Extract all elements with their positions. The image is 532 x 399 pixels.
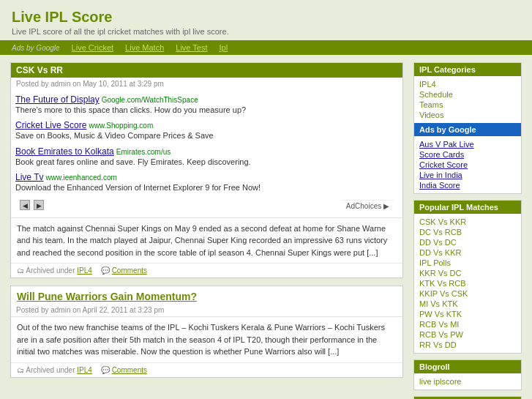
sidebar-blogroll: Blogroll live iplscore — [413, 359, 522, 390]
pop-match-4[interactable]: IPL Polls — [419, 258, 516, 268]
pop-match-5[interactable]: KKR Vs DC — [419, 268, 516, 278]
sidebar-popular-list: CSK Vs KKR DC Vs RCB DD Vs DC DD Vs KKR … — [414, 214, 521, 353]
header: Live IPL Score Live IPL score of all the… — [0, 0, 532, 40]
post-1-archived-label: 🗂 Archived under IPL4 — [17, 266, 92, 275]
ad-4-link[interactable]: www.ieenhanced.com — [46, 174, 117, 182]
post-2-archived-label: 🗂 Archived under IPL4 — [17, 366, 92, 374]
sidebar-categories: IPL Categories IPL4 Schedule Teams Video… — [413, 62, 522, 194]
sidebar-cat-teams[interactable]: Teams — [419, 100, 516, 110]
pop-match-12[interactable]: RR Vs DD — [419, 340, 516, 350]
sidebar-categories-list: IPL4 Schedule Teams Videos — [414, 76, 521, 123]
post-2-meta: Posted by admin on April 22, 2011 at 3:2… — [11, 304, 402, 316]
sidebar-popular-title: Popular IPL Matches — [414, 201, 521, 214]
ad-item-1: The Future of Display Google.com/WatchTh… — [15, 94, 398, 116]
pop-match-7[interactable]: KKIP Vs CSK — [419, 288, 516, 299]
pop-match-11[interactable]: RCB Vs PW — [419, 329, 516, 340]
ad-3-link[interactable]: Emirates.com/us — [116, 148, 171, 156]
nav-link-match[interactable]: Live Match — [125, 43, 164, 52]
pop-match-9[interactable]: PW Vs KTK — [419, 309, 516, 319]
post-2-comments-label: 💬 Comments — [101, 366, 147, 374]
nav-ads-label: Ads by Google — [12, 44, 60, 52]
pop-match-8[interactable]: MI Vs KTK — [419, 299, 516, 309]
sidebar-categories-title: IPL Categories — [414, 63, 521, 76]
ad-2-title[interactable]: Cricket Live Score — [15, 120, 86, 130]
post-1-meta: Posted by admin on May 10, 2011 at 3:29 … — [11, 78, 402, 90]
ad-1-link[interactable]: Google.com/WatchThisSpace — [102, 96, 198, 104]
ad-prev-button[interactable]: ◀ — [20, 200, 30, 210]
pop-match-2[interactable]: DD Vs DC — [419, 237, 516, 247]
site-description: Live IPL score of all the ipl cricket ma… — [12, 27, 520, 36]
sidebar-popular: Popular IPL Matches CSK Vs KKR DC Vs RCB… — [413, 200, 522, 354]
post-2-body: Out of the two new franchise teams of th… — [11, 316, 402, 362]
post-1: CSK Vs RR Posted by admin on May 10, 201… — [10, 62, 403, 278]
sidebar-ad-4[interactable]: Live in India — [419, 170, 516, 180]
pop-match-0[interactable]: CSK Vs KKR — [419, 217, 516, 227]
ad-3-desc: Book great fares online and save. Fly Em… — [15, 157, 398, 168]
post-2-footer: 🗂 Archived under IPL4 💬 Comments — [11, 362, 402, 377]
sidebar-ad-1[interactable]: Aus V Pak Live — [419, 139, 516, 149]
main-content: CSK Vs RR Posted by admin on May 10, 201… — [10, 62, 403, 399]
sidebar-ad-5[interactable]: India Score — [419, 180, 516, 190]
ad-4-title[interactable]: Live Tv — [15, 172, 43, 182]
ad-2-desc: Save on Books, Music & Video Compare Pri… — [15, 130, 398, 141]
post-1-body: The match against Chennai Super Kings on… — [11, 217, 402, 264]
sidebar-cat-schedule[interactable]: Schedule — [419, 89, 516, 100]
site-title: Live IPL Score — [12, 9, 520, 26]
sidebar-upcoming: Upcoming IPL Matches csk vs kkr dc vs rr… — [413, 396, 522, 399]
ad-item-3: Book Emirates to Kolkata Emirates.com/us… — [15, 146, 398, 168]
ad-3-title[interactable]: Book Emirates to Kolkata — [15, 146, 114, 157]
ad-choices-label: AdChoices ▶ — [342, 200, 394, 212]
pop-match-10[interactable]: RCB Vs MI — [419, 319, 516, 329]
sidebar-ads-bar: Ads by Google — [414, 123, 521, 136]
ad-4-desc: Download the Enhanced Version of Interne… — [15, 182, 398, 193]
ad-item-4: Live Tv www.ieenhanced.com Download the … — [15, 172, 398, 193]
content-area: CSK Vs RR Posted by admin on May 10, 201… — [0, 55, 532, 399]
sidebar: IPL Categories IPL4 Schedule Teams Video… — [413, 62, 522, 399]
post-2: Will Pune Warriors Gain Momentum? Posted… — [10, 286, 403, 378]
ad-2-link[interactable]: www.Shopping.com — [89, 122, 153, 130]
ad-1-desc: There's more to this space than clicks. … — [15, 105, 398, 116]
post-2-title[interactable]: Will Pune Warriors Gain Momentum? — [11, 286, 402, 304]
nav-link-ipl[interactable]: Ipl — [220, 43, 228, 52]
nav-bar: Ads by Google Live Cricket Live Match Li… — [0, 40, 532, 55]
pop-match-1[interactable]: DC Vs RCB — [419, 227, 516, 237]
ad-item-2: Cricket Live Score www.Shopping.com Save… — [15, 120, 398, 141]
post-2-tag[interactable]: IPL4 — [77, 366, 92, 374]
post-1-tag[interactable]: IPL4 — [77, 266, 92, 275]
pop-match-6[interactable]: KTK Vs RCB — [419, 278, 516, 288]
sidebar-ads-list: Aus V Pak Live Score Cards Cricket Score… — [414, 136, 521, 193]
ad-1-title[interactable]: The Future of Display — [15, 94, 100, 105]
nav-link-cricket[interactable]: Live Cricket — [72, 43, 113, 52]
sidebar-blogroll-list: live iplscore — [414, 373, 521, 389]
sidebar-ad-2[interactable]: Score Cards — [419, 149, 516, 160]
post-1-title: CSK Vs RR — [11, 63, 402, 78]
pop-match-3[interactable]: DD Vs KKR — [419, 247, 516, 258]
ad-block: The Future of Display Google.com/WatchTh… — [11, 90, 402, 217]
post-1-comments-label: 💬 Comments — [101, 266, 147, 275]
sidebar-blogroll-title: Blogroll — [414, 360, 521, 373]
blogroll-item-0[interactable]: live iplscore — [419, 376, 516, 387]
sidebar-cat-videos[interactable]: Videos — [419, 110, 516, 120]
ad-next-button[interactable]: ▶ — [34, 200, 44, 210]
ad-nav-row: ◀ ▶ AdChoices ▶ — [15, 198, 398, 213]
sidebar-ad-3[interactable]: Cricket Score — [419, 160, 516, 170]
post-1-footer: 🗂 Archived under IPL4 💬 Comments — [11, 263, 402, 277]
sidebar-cat-ipl4[interactable]: IPL4 — [419, 79, 516, 89]
nav-link-test[interactable]: Live Test — [176, 43, 207, 52]
